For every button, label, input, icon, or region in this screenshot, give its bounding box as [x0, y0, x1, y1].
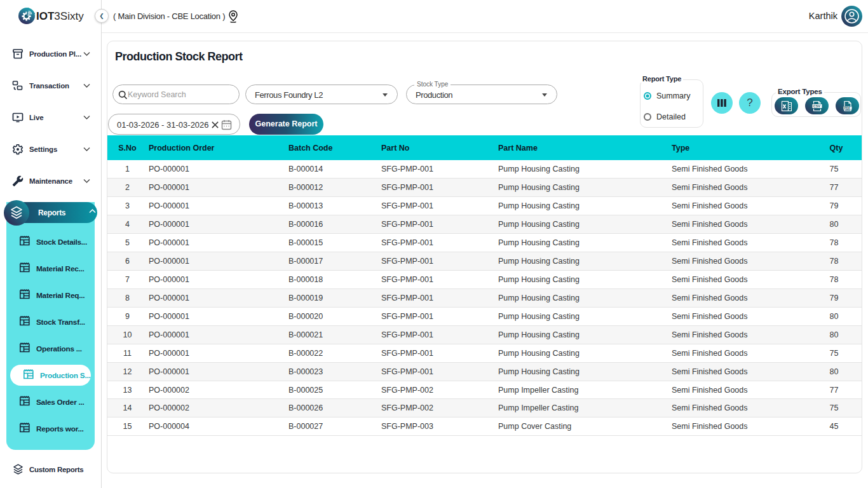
svg-text:PDF: PDF	[844, 106, 850, 109]
svg-text:CSV: CSV	[813, 104, 820, 108]
